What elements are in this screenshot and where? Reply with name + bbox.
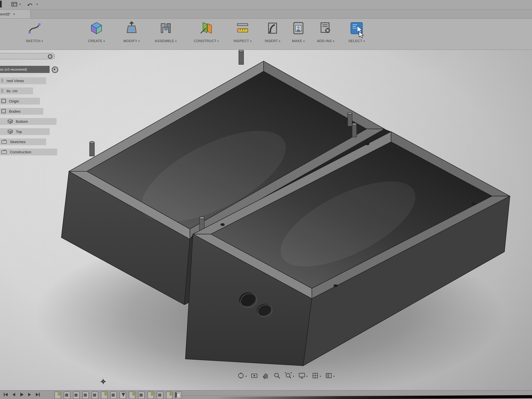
browser-row-construction[interactable]: Construction xyxy=(0,149,57,155)
dropdown-caret-icon[interactable]: ▾ xyxy=(333,375,335,378)
insert-icon xyxy=(266,21,279,36)
look-at-icon xyxy=(251,372,258,381)
toolbar-item-inspect[interactable]: INSPECT ▾ xyxy=(227,21,258,43)
dropdown-caret-icon[interactable]: ▾ xyxy=(19,3,21,6)
units-icon xyxy=(1,89,3,94)
dropdown-caret-icon[interactable]: ▾ xyxy=(303,40,305,43)
toolbar-item-create[interactable]: CREATE ▾ xyxy=(81,21,112,43)
nav-zoom-button[interactable] xyxy=(273,372,281,381)
fit-icon xyxy=(285,372,292,381)
timeline-play-button[interactable] xyxy=(19,392,24,398)
nav-display-settings-button[interactable]: ▾ xyxy=(298,372,308,381)
timeline-feature-sketch-6[interactable] xyxy=(101,392,108,399)
record-target-icon[interactable] xyxy=(52,66,58,73)
modify-icon xyxy=(125,21,138,36)
browser-row-sketches[interactable]: Sketches xyxy=(0,138,46,145)
timeline-feature-feature-4[interactable] xyxy=(82,392,89,399)
dropdown-caret-icon[interactable]: ▾ xyxy=(279,40,280,43)
timeline-feature-feature-12[interactable] xyxy=(157,392,163,399)
nav-viewports-button[interactable]: ▾ xyxy=(325,372,335,381)
square-icon xyxy=(1,99,6,104)
viewport[interactable] xyxy=(0,50,532,390)
folder-icon xyxy=(1,150,7,155)
browser-search-bar[interactable] xyxy=(0,53,55,59)
dot-circle-icon xyxy=(48,54,52,59)
timeline-feature-feature-5[interactable] xyxy=(92,392,98,399)
browser-row-its-cm[interactable]: its: cm xyxy=(0,88,33,94)
dropdown-caret-icon[interactable]: ▾ xyxy=(103,40,105,43)
timeline-feature-feature-2[interactable] xyxy=(64,392,70,399)
nav-fit-button[interactable]: ▾ xyxy=(285,372,294,381)
dropdown-caret-icon[interactable]: ▾ xyxy=(293,375,294,378)
timeline-feature-sketch-11[interactable] xyxy=(147,392,154,399)
toolbar-item-make[interactable]: MAKE ▾ xyxy=(283,21,314,43)
gear-icon[interactable] xyxy=(101,379,106,385)
timeline-feature-sketch-9[interactable] xyxy=(129,392,135,399)
pin-icon xyxy=(90,141,95,156)
folder-icon xyxy=(1,139,7,145)
zoom-icon xyxy=(273,372,281,381)
pin-icon xyxy=(348,112,352,126)
dropdown-caret-icon[interactable]: ▾ xyxy=(320,375,321,378)
toolbar-item-construct[interactable]: CONSTRUCT ▾ xyxy=(190,21,222,43)
dropdown-caret-icon[interactable]: ▾ xyxy=(37,3,38,6)
document-tab[interactable]: ared)]* × xyxy=(0,10,31,18)
hole-icon xyxy=(472,202,476,205)
toolbar-item-assemble[interactable]: ASSEMBLE ▾ xyxy=(150,21,182,43)
nav-grid-and-snaps-button[interactable]: ▾ xyxy=(311,372,321,381)
sketch-icon xyxy=(28,21,41,36)
orbit-icon xyxy=(237,372,245,381)
browser-row-bottom[interactable]: Bottom xyxy=(0,118,57,125)
nav-orbit-button[interactable]: ▾ xyxy=(237,372,247,381)
nav-look-at-button[interactable] xyxy=(251,372,258,381)
assemble-icon xyxy=(159,21,173,36)
document-name: ox (v2-recovered) xyxy=(0,68,27,71)
clipped-icon xyxy=(0,1,2,7)
timeline-feature-feature-3[interactable] xyxy=(73,392,80,399)
model-scene[interactable] xyxy=(0,50,532,390)
dropdown-caret-icon[interactable]: ▾ xyxy=(306,375,308,378)
timeline-step-forward-button[interactable] xyxy=(27,392,32,398)
browser-row-bodies[interactable]: Bodies xyxy=(0,108,43,115)
timeline-feature-move-8[interactable] xyxy=(120,392,126,399)
dropdown-caret-icon[interactable]: ▾ xyxy=(138,40,140,43)
quick-access-toolbar: ▾ ▾ xyxy=(0,0,532,10)
make-icon xyxy=(291,21,305,36)
view-navigation-bar: ▾▾▾▾▾ xyxy=(237,372,335,381)
dropdown-caret-icon[interactable]: ▾ xyxy=(217,40,219,43)
square-icon xyxy=(1,109,6,114)
hole-icon xyxy=(365,142,369,145)
create-icon xyxy=(90,21,103,36)
browser-row-ned-views[interactable]: ned Views xyxy=(0,77,46,84)
timeline-feature-sketch-1[interactable] xyxy=(55,392,61,399)
toolbar-item-modify[interactable]: MODIFY ▾ xyxy=(116,21,147,43)
toolbar-item-sketch[interactable]: SKETCH ▾ xyxy=(19,21,50,43)
dropdown-caret-icon[interactable]: ▾ xyxy=(333,40,334,43)
inspect-icon xyxy=(236,21,249,36)
cube-icon xyxy=(7,119,13,124)
nav-pan-button[interactable] xyxy=(262,372,269,381)
timeline-playhead[interactable] xyxy=(175,392,177,398)
timeline-feature-sketch-13[interactable] xyxy=(166,392,173,399)
undo-icon[interactable] xyxy=(27,2,34,8)
timeline-go-to-start-button[interactable] xyxy=(3,392,8,398)
timeline-go-to-end-button[interactable] xyxy=(35,392,40,398)
application-window: ▾ ▾ ared)]* × SKETCH ▾ CREATE ▾ MODIFY ▾… xyxy=(0,0,532,399)
dropdown-caret-icon[interactable]: ▾ xyxy=(363,40,365,43)
dropdown-caret-icon[interactable]: ▾ xyxy=(245,375,247,378)
browser-row-origin[interactable]: Origin xyxy=(0,98,40,105)
dropdown-caret-icon[interactable]: ▾ xyxy=(250,40,252,43)
tab-close-icon[interactable]: × xyxy=(13,12,15,16)
timeline-feature-feature-10[interactable] xyxy=(138,392,145,399)
dropdown-caret-icon[interactable]: ▾ xyxy=(175,40,177,43)
hole-icon xyxy=(221,223,225,226)
dropdown-caret-icon[interactable]: ▾ xyxy=(42,40,43,43)
file-icon[interactable] xyxy=(11,2,18,8)
browser-row-top[interactable]: Top xyxy=(0,128,50,135)
toolbar-item-select[interactable]: SELECT ▾ xyxy=(341,21,373,43)
timeline-feature-feature-7[interactable] xyxy=(110,392,117,399)
toolbar-item-add-ins[interactable]: ADD-INS ▾ xyxy=(310,21,342,43)
document-name-header[interactable]: ox (v2-recovered) xyxy=(0,66,50,73)
timeline-step-back-button[interactable] xyxy=(11,392,16,398)
display-settings-icon xyxy=(298,372,306,381)
